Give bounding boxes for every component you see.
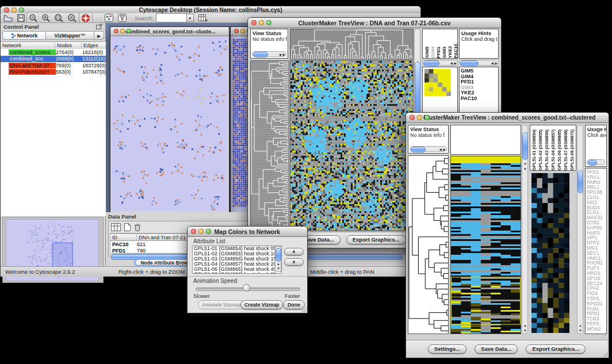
resize-grip-icon[interactable]: [603, 352, 608, 357]
more-tabs-button[interactable]: ▶: [94, 31, 104, 40]
view-status-hscrollbar[interactable]: ◀ ▶: [252, 51, 286, 57]
correlation-minimap-canvas[interactable]: [424, 69, 451, 96]
delete-attribute-trash-icon[interactable]: [134, 223, 141, 231]
tab-vizmapper[interactable]: VizMapper™: [46, 31, 94, 40]
view-status-hscrollbar[interactable]: ◀ ▶: [410, 146, 447, 152]
animate-vizmap-button[interactable]: Animate Vizmap: [198, 300, 245, 309]
treeview1-heatmap[interactable]: [290, 60, 414, 231]
open-file-icon[interactable]: [3, 14, 13, 22]
network-tree-row[interactable]: combined_scores 2764(0) 16218(0): [1, 49, 106, 56]
attribute-list-vscrollbar[interactable]: ▲ ▼: [275, 246, 281, 272]
maximize-icon[interactable]: [424, 115, 430, 120]
move-up-button[interactable]: ∧: [284, 248, 304, 255]
network-view-icon[interactable]: [105, 14, 113, 22]
minimize-icon[interactable]: [417, 115, 422, 120]
new-attribute-icon[interactable]: [124, 223, 131, 231]
treeview2-button[interactable]: Export Graphics...: [526, 344, 586, 354]
array-column-label[interactable]: GPL51-02 (GSM855): [538, 129, 543, 170]
heatmap-canvas[interactable]: [290, 61, 413, 231]
help-lifering-icon[interactable]: [81, 14, 90, 22]
network-view-canvas[interactable]: [111, 37, 227, 211]
resize-grip-icon[interactable]: [301, 307, 307, 312]
toolbar-separator: [79, 13, 79, 23]
treeview2-heatmap[interactable]: [450, 156, 521, 334]
move-down-button[interactable]: ∨: [284, 258, 304, 266]
search-dropdown-icon[interactable]: ▼: [187, 14, 194, 22]
zoom-heatmap-canvas[interactable]: [531, 173, 569, 333]
attribute-table-icon[interactable]: [198, 14, 208, 22]
array-column-label[interactable]: GPL51-07 (GSM868): [563, 129, 568, 170]
close-icon[interactable]: [191, 229, 196, 234]
column-label[interactable]: PAC10: [453, 44, 458, 58]
minimize-icon[interactable]: [198, 229, 204, 234]
column-label[interactable]: GIM3: [442, 47, 447, 58]
maximize-icon[interactable]: [19, 7, 24, 13]
treeview2-vscrollbar[interactable]: ▲ ▼ ▲ ▼: [522, 125, 528, 334]
column-label[interactable]: GIM4: [430, 47, 435, 58]
zoom-fit-icon[interactable]: [67, 14, 77, 22]
scroll-thumb[interactable]: [522, 132, 528, 160]
minimize-icon[interactable]: [240, 29, 245, 33]
save-icon[interactable]: [17, 14, 25, 22]
gene-label[interactable]: PAC10: [461, 96, 498, 102]
treeview2-titlebar[interactable]: ClusterMaker TreeView : combined_scores_…: [406, 113, 609, 123]
network-window-1-titlebar[interactable]: combined_scores_good.txt--cluste...: [110, 27, 229, 36]
treeview2-row-dendrogram[interactable]: [408, 155, 449, 334]
search-input[interactable]: [156, 13, 187, 22]
gene-label[interactable]: MON2: [587, 327, 606, 332]
row-dendrogram-canvas[interactable]: [251, 61, 289, 231]
zoom-out-icon[interactable]: [29, 14, 38, 22]
maximize-icon[interactable]: [127, 29, 131, 33]
close-icon[interactable]: [234, 29, 239, 33]
network-tree-row[interactable]: DNA and Tran 07 769(0) 183728(0): [1, 62, 106, 69]
float-panel-icon[interactable]: [96, 24, 102, 29]
faster-label: Faster: [285, 293, 300, 299]
column-label[interactable]: YKE2: [447, 46, 453, 58]
column-dendrogram-canvas[interactable]: [290, 29, 413, 59]
close-icon[interactable]: [114, 29, 118, 33]
minimize-icon[interactable]: [12, 7, 17, 13]
maximize-icon[interactable]: [206, 229, 211, 234]
array-column-label[interactable]: GPL51-03 (GSM856): [544, 129, 549, 170]
array-column-label[interactable]: GPL51-01 (GSM854): [531, 129, 537, 170]
close-icon[interactable]: [251, 20, 257, 25]
heatmap-canvas[interactable]: [451, 156, 521, 334]
network-tree-row[interactable]: RNAPuberNov2+ 563(0) 107847(0): [1, 69, 106, 76]
array-column-label[interactable]: GPL51-08 (GSM872): [569, 129, 575, 170]
node-count: 2569(6): [56, 56, 82, 62]
zoom-in-icon[interactable]: [41, 14, 51, 22]
minimize-icon[interactable]: [259, 20, 264, 25]
array-column-label[interactable]: GPL51-04 (GSM857): [550, 129, 556, 170]
treeview2-button[interactable]: Save Data...: [475, 344, 518, 354]
close-icon[interactable]: [4, 7, 9, 13]
table-mode-icon[interactable]: [111, 223, 121, 231]
treeview1-column-dendrogram[interactable]: [290, 29, 414, 60]
attribute-item[interactable]: GPL51-07 (GSM868) heat shock 60 min: [193, 272, 281, 274]
animation-slider-thumb[interactable]: [243, 284, 250, 292]
scroll-thumb[interactable]: [577, 170, 583, 193]
array-column-label[interactable]: GPL51-06 (GSM865): [557, 129, 562, 170]
treeview2-labels-vscrollbar[interactable]: ▲ ▼: [577, 125, 583, 334]
attribute-listbox[interactable]: GPL51-01 (GSM854) heat shock 05 minGPL51…: [192, 246, 282, 274]
treeview1-labels-hscrollbar[interactable]: ◀ ▶: [459, 60, 499, 66]
zoom-selected-icon[interactable]: [54, 14, 64, 22]
minimize-icon[interactable]: [120, 29, 125, 33]
treeview2-button[interactable]: Settings...: [428, 344, 466, 354]
treeview2-usage-hints: Usage Hi Click and: [585, 125, 607, 167]
usage-hints-hscrollbar[interactable]: [587, 159, 605, 165]
tab-network[interactable]: Network: [2, 31, 46, 40]
maximize-icon[interactable]: [266, 20, 271, 25]
create-vizmap-button[interactable]: Create Vizmap: [240, 300, 283, 309]
row-dendrogram-canvas[interactable]: [408, 156, 448, 334]
treeview1-row-dendrogram[interactable]: [250, 60, 289, 231]
treeview2-column-dendrogram[interactable]: [450, 125, 521, 155]
column-label[interactable]: PFD1: [436, 47, 441, 58]
close-icon[interactable]: [410, 115, 415, 120]
filter-funnel-icon[interactable]: [118, 14, 127, 22]
treeview1-mini-hscrollbar[interactable]: ◀ ▶: [422, 60, 458, 66]
network-tree-row[interactable]: combined_sco 2569(6) 13112(15): [1, 56, 106, 63]
column-label[interactable]: GIM5: [424, 47, 430, 58]
treeview1-button[interactable]: Export Graphics...: [346, 235, 406, 244]
map-dialog-titlebar[interactable]: Map Colors to Network: [188, 227, 307, 237]
treeview1-titlebar[interactable]: ClusterMaker TreeView : DNA and Tran 07-…: [248, 18, 501, 28]
